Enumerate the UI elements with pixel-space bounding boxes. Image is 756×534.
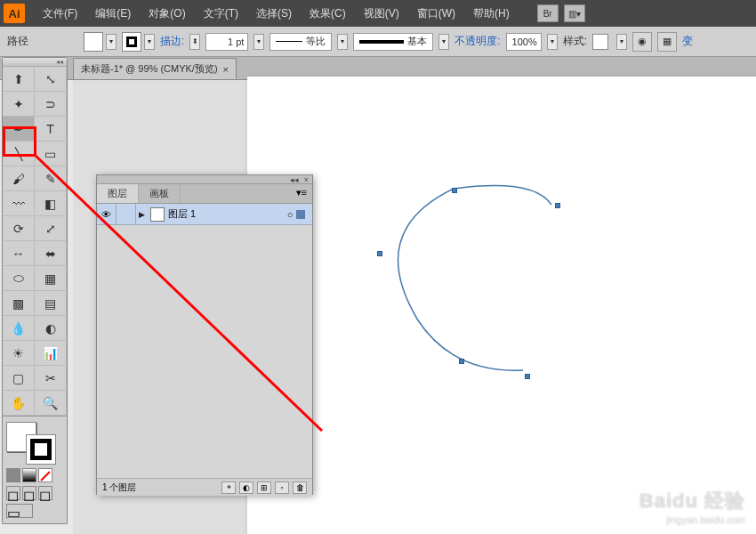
stroke-label[interactable]: 描边: bbox=[160, 34, 184, 49]
opacity-dropdown-icon[interactable]: ▾ bbox=[547, 34, 558, 50]
panel-menu-icon[interactable]: ▾≡ bbox=[291, 184, 312, 203]
bezier-path[interactable] bbox=[374, 178, 587, 392]
variable-width-profile[interactable]: 等比 bbox=[269, 33, 332, 51]
artboard-tool[interactable]: ▢ bbox=[3, 366, 35, 391]
anchor-point[interactable] bbox=[555, 203, 560, 208]
bridge-button[interactable]: Br bbox=[537, 4, 559, 22]
anchor-point[interactable] bbox=[459, 359, 464, 364]
stroke-weight-dropdown-icon[interactable]: ▾ bbox=[253, 34, 264, 50]
mesh-tool[interactable]: ▩ bbox=[3, 291, 35, 316]
gradient-mode-icon[interactable] bbox=[22, 468, 36, 482]
draw-normal-icon[interactable]: ◻ bbox=[6, 486, 20, 500]
stroke-dropdown-icon[interactable]: ▾ bbox=[144, 34, 155, 50]
menu-view[interactable]: 视图(V) bbox=[355, 1, 408, 27]
tab-artboards[interactable]: 画板 bbox=[139, 184, 181, 203]
menu-file[interactable]: 文件(F) bbox=[34, 1, 86, 27]
style-dropdown-icon[interactable]: ▾ bbox=[616, 34, 627, 50]
layer-thumbnail bbox=[150, 207, 165, 222]
zoom-tool[interactable]: 🔍 bbox=[35, 391, 67, 416]
fill-swatch[interactable] bbox=[84, 32, 103, 52]
selection-indicator bbox=[296, 210, 305, 219]
direct-selection-tool[interactable]: ⤡ bbox=[35, 67, 67, 92]
clipping-mask-icon[interactable]: ◐ bbox=[239, 481, 253, 494]
anchor-point[interactable] bbox=[377, 251, 382, 256]
opacity-label[interactable]: 不透明度: bbox=[454, 34, 500, 49]
watermark-url: jingyan.baidu.com bbox=[639, 514, 745, 525]
document-tab[interactable]: 未标题-1* @ 99% (CMYK/预览) × bbox=[73, 58, 237, 79]
perspective-grid-tool[interactable]: ▦ bbox=[35, 266, 67, 291]
brush-dropdown-icon[interactable]: ▾ bbox=[438, 34, 449, 50]
anchor-point[interactable] bbox=[525, 374, 530, 379]
locate-object-icon[interactable]: ⌖ bbox=[221, 481, 236, 494]
gradient-tool[interactable]: ▤ bbox=[35, 291, 67, 316]
symbol-sprayer-tool[interactable]: ☀ bbox=[3, 341, 35, 366]
fill-dropdown-icon[interactable]: ▾ bbox=[106, 34, 117, 50]
tab-layers[interactable]: 图层 bbox=[97, 184, 139, 203]
pencil-tool[interactable]: ✎ bbox=[35, 166, 67, 191]
paintbrush-tool[interactable]: 🖌 bbox=[3, 166, 35, 191]
options-bar: 路径 ▾ ▾ 描边: ⬍ 1 pt ▾ 等比 ▾ 基本 ▾ 不透明度: 100%… bbox=[0, 27, 756, 57]
stroke-color-box[interactable] bbox=[26, 434, 56, 465]
scale-tool[interactable]: ⤢ bbox=[35, 216, 67, 241]
draw-behind-icon[interactable]: ◻ bbox=[22, 486, 36, 500]
menu-effect[interactable]: 效果(C) bbox=[301, 1, 355, 27]
profile-dropdown-icon[interactable]: ▾ bbox=[337, 34, 348, 50]
color-mode-icon[interactable] bbox=[6, 468, 20, 482]
magic-wand-tool[interactable]: ✦ bbox=[3, 92, 35, 117]
column-graph-tool[interactable]: 📊 bbox=[35, 341, 67, 366]
lasso-tool[interactable]: ⊃ bbox=[35, 92, 67, 117]
stroke-swatch[interactable] bbox=[122, 32, 141, 52]
collapse-icon[interactable]: ◂◂ bbox=[290, 175, 299, 184]
transform-label[interactable]: 变 bbox=[682, 34, 693, 49]
eraser-tool[interactable]: ◧ bbox=[35, 191, 67, 216]
align-icon[interactable]: ▦ bbox=[657, 32, 677, 52]
rectangle-tool[interactable]: ▭ bbox=[35, 142, 67, 166]
close-icon[interactable]: × bbox=[304, 175, 309, 184]
blend-tool[interactable]: ◐ bbox=[35, 316, 67, 341]
fill-swatch-group[interactable]: ▾ bbox=[84, 32, 117, 52]
menu-text[interactable]: 文字(T) bbox=[195, 1, 247, 27]
new-layer-icon[interactable]: ▫ bbox=[275, 481, 289, 494]
close-icon[interactable]: × bbox=[223, 64, 229, 75]
menu-edit[interactable]: 编辑(E) bbox=[86, 1, 140, 27]
disclosure-icon[interactable]: ▶ bbox=[136, 210, 147, 219]
rotate-tool[interactable]: ⟳ bbox=[3, 216, 35, 241]
none-mode-icon[interactable] bbox=[38, 468, 52, 482]
new-sublayer-icon[interactable]: ⊞ bbox=[257, 481, 271, 494]
screen-mode-icon[interactable]: ▭ bbox=[6, 504, 33, 518]
delete-layer-icon[interactable]: 🗑 bbox=[293, 481, 307, 494]
recolor-icon[interactable]: ◉ bbox=[632, 32, 652, 52]
target-icon[interactable]: ○ bbox=[287, 209, 294, 220]
pen-tool[interactable]: ✒ bbox=[3, 117, 35, 142]
line-tool[interactable]: ╲ bbox=[3, 142, 35, 166]
eyedropper-tool[interactable]: 💧 bbox=[3, 316, 35, 341]
panel-grip[interactable]: ◂◂ × bbox=[97, 175, 312, 184]
menu-object[interactable]: 对象(O) bbox=[140, 1, 194, 27]
brush-definition[interactable]: 基本 bbox=[353, 33, 433, 51]
hand-tool[interactable]: ✋ bbox=[3, 391, 35, 416]
anchor-point[interactable] bbox=[452, 188, 457, 193]
graphic-style-swatch[interactable] bbox=[592, 34, 608, 50]
free-transform-tool[interactable]: ⬌ bbox=[35, 241, 67, 266]
layer-row[interactable]: 👁 ▶ 图层 1 ○ bbox=[97, 204, 312, 225]
lock-cell[interactable] bbox=[117, 204, 136, 224]
visibility-icon[interactable]: 👁 bbox=[97, 204, 117, 224]
stroke-decrement-icon[interactable]: ⬍ bbox=[189, 34, 200, 50]
width-tool[interactable]: ↔ bbox=[3, 241, 35, 266]
layers-footer: 1 个图层 ⌖ ◐ ⊞ ▫ 🗑 bbox=[97, 478, 312, 496]
workspace-button[interactable]: ▥▾ bbox=[564, 4, 585, 22]
selection-tool[interactable]: ⬆ bbox=[3, 67, 35, 92]
stroke-weight-input[interactable]: 1 pt bbox=[205, 33, 248, 51]
blob-brush-tool[interactable]: 〰 bbox=[3, 191, 35, 216]
slice-tool[interactable]: ✂ bbox=[35, 366, 67, 391]
menu-select[interactable]: 选择(S) bbox=[247, 1, 301, 27]
stroke-swatch-group[interactable]: ▾ bbox=[122, 32, 155, 52]
draw-inside-icon[interactable]: ◻ bbox=[38, 486, 52, 500]
shape-builder-tool[interactable]: ⬭ bbox=[3, 266, 35, 291]
opacity-input[interactable]: 100% bbox=[506, 33, 542, 51]
menu-window[interactable]: 窗口(W) bbox=[408, 1, 464, 27]
layer-name[interactable]: 图层 1 bbox=[168, 207, 196, 221]
menu-help[interactable]: 帮助(H) bbox=[464, 1, 519, 27]
tool-panel-grip[interactable]: ◂◂ bbox=[3, 58, 67, 67]
type-tool[interactable]: T bbox=[35, 117, 67, 142]
